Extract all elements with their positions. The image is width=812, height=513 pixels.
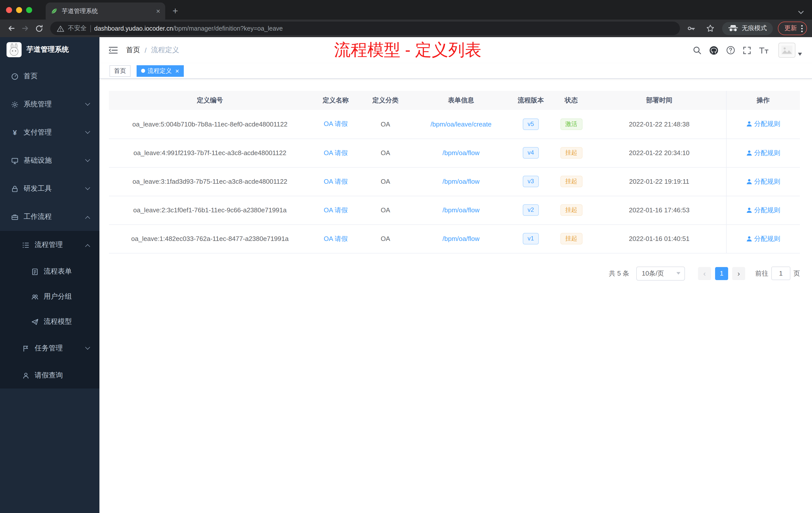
tag-label: 流程定义 xyxy=(148,66,172,75)
page-number-button[interactable]: 1 xyxy=(715,267,728,280)
reload-icon[interactable] xyxy=(32,21,46,35)
assign-rule-button[interactable]: 分配规则 xyxy=(746,120,780,129)
new-tab-button[interactable]: + xyxy=(168,4,182,18)
minimize-window-button[interactable] xyxy=(16,7,22,13)
status-badge: 挂起 xyxy=(560,147,582,159)
status-badge: 激活 xyxy=(560,118,582,130)
browser-tab[interactable]: 芋道管理系统 × xyxy=(46,2,165,20)
chevron-down-icon xyxy=(676,272,680,275)
sidebar-item-process-model[interactable]: 流程模型 xyxy=(0,309,99,334)
header-actions xyxy=(693,43,802,58)
column-header-operation: 操作 xyxy=(726,91,800,110)
incognito-icon xyxy=(728,25,738,32)
next-page-button[interactable]: › xyxy=(732,267,745,280)
sidebar-fold-icon[interactable] xyxy=(109,46,118,54)
prev-page-button[interactable]: ‹ xyxy=(698,267,711,280)
assign-rule-button[interactable]: 分配规则 xyxy=(746,234,780,243)
omnibox-divider xyxy=(90,25,91,32)
person-icon xyxy=(746,178,752,184)
sidebar-item-user-group[interactable]: 用户分组 xyxy=(0,284,99,309)
fullscreen-icon[interactable] xyxy=(743,46,751,55)
assign-rule-button[interactable]: 分配规则 xyxy=(746,148,780,157)
form-info-link[interactable]: /bpm/oa/flow xyxy=(442,235,479,242)
security-label: 不安全 xyxy=(68,24,87,33)
form-info-link[interactable]: /bpm/oa/flow xyxy=(442,149,479,157)
assign-rule-label: 分配规则 xyxy=(754,206,780,215)
sidebar-item-label: 任务管理 xyxy=(35,344,63,353)
sidebar-item-devtools[interactable]: 研发工具 xyxy=(0,175,99,203)
sidebar-item-process-form[interactable]: 流程表单 xyxy=(0,259,99,284)
definition-name-link[interactable]: OA 请假 xyxy=(324,177,348,185)
next-arrow-icon: › xyxy=(737,269,740,278)
sidebar-item-process-management[interactable]: 流程管理 xyxy=(0,231,99,259)
window-controls xyxy=(0,0,39,20)
table-header-row: 定义编号 定义名称 定义分类 表单信息 流程版本 状态 部署时间 操作 xyxy=(109,91,800,110)
definition-name-link[interactable]: OA 请假 xyxy=(324,235,348,242)
kebab-menu-icon[interactable] xyxy=(801,24,803,32)
form-info-link[interactable]: /bpm/oa/leave/create xyxy=(431,120,492,128)
deploy-time: 2022-01-16 01:40:51 xyxy=(592,224,726,253)
workflow-briefcase-icon xyxy=(11,213,19,221)
column-header-status: 状态 xyxy=(550,91,592,110)
sidebar-item-system[interactable]: 系统管理 xyxy=(0,90,99,118)
process-list-icon xyxy=(22,241,30,249)
not-secure-warning-icon xyxy=(57,25,64,32)
definition-name-link[interactable]: OA 请假 xyxy=(324,206,348,214)
bookmark-star-icon[interactable] xyxy=(703,21,717,35)
sidebar-item-task-management[interactable]: 任务管理 xyxy=(0,334,99,362)
form-info-link[interactable]: /bpm/oa/flow xyxy=(442,206,479,214)
help-question-icon[interactable] xyxy=(726,46,735,55)
back-icon[interactable] xyxy=(4,21,18,35)
definition-id: oa_leave:1:482ec033-762a-11ec-8477-a2380… xyxy=(109,224,311,253)
close-window-button[interactable] xyxy=(6,7,12,13)
definition-id: oa_leave:5:004b710b-7b8a-11ec-8ef0-acde4… xyxy=(109,110,311,139)
task-flag-icon xyxy=(22,344,30,352)
user-avatar-wrap[interactable] xyxy=(778,43,802,58)
page-unit: 页 xyxy=(793,269,800,278)
avatar[interactable] xyxy=(778,43,795,58)
sidebar-item-infrastructure[interactable]: 基础设施 xyxy=(0,147,99,175)
tab-close-icon[interactable]: × xyxy=(156,7,160,14)
gear-icon xyxy=(11,101,19,108)
search-icon[interactable] xyxy=(693,46,701,55)
sidebar-item-leave-query[interactable]: 请假查询 xyxy=(0,362,99,389)
update-label: 更新 xyxy=(784,24,797,33)
github-icon[interactable] xyxy=(709,46,719,55)
address-bar[interactable]: 不安全 dashboard.yudao.iocoder.cn/bpm/manag… xyxy=(50,22,680,35)
tag-close-icon[interactable]: × xyxy=(175,67,179,74)
table-row: oa_leave:4:991f2193-7b7f-11ec-a3c8-acde4… xyxy=(109,139,800,167)
sidebar-item-payment[interactable]: ¥ 支付管理 xyxy=(0,118,99,147)
breadcrumb-home[interactable]: 首页 xyxy=(126,46,140,55)
tag-home[interactable]: 首页 xyxy=(110,65,130,77)
definition-name-link[interactable]: OA 请假 xyxy=(324,149,348,156)
font-size-icon[interactable] xyxy=(759,46,769,54)
version-badge: v1 xyxy=(522,233,539,244)
browser-update-chip[interactable]: 更新 xyxy=(778,22,807,35)
definition-name-link[interactable]: OA 请假 xyxy=(324,120,348,128)
forward-icon[interactable] xyxy=(18,21,32,35)
person-icon xyxy=(746,150,752,156)
status-badge: 挂起 xyxy=(560,204,582,216)
goto-page-input[interactable] xyxy=(771,267,790,280)
tab-search-caret-icon[interactable] xyxy=(798,7,804,17)
app-logo-row: 芋道管理系统 xyxy=(0,37,99,62)
sidebar-item-label: 研发工具 xyxy=(24,184,52,193)
assign-rule-button[interactable]: 分配规则 xyxy=(746,177,780,186)
chevron-down-icon xyxy=(85,128,90,133)
maximize-window-button[interactable] xyxy=(26,7,32,13)
form-info-link[interactable]: /bpm/oa/flow xyxy=(442,178,479,185)
pagination: 共 5 条 10条/页 ‹ 1 › 前往 页 xyxy=(109,266,800,280)
tab-title: 芋道管理系统 xyxy=(62,7,152,15)
assign-rule-button[interactable]: 分配规则 xyxy=(746,206,780,215)
version-badge: v5 xyxy=(522,118,539,130)
sidebar-item-home[interactable]: 首页 xyxy=(0,62,99,90)
user-group-icon xyxy=(31,293,39,300)
tag-process-definition[interactable]: 流程定义 × xyxy=(137,65,183,77)
table-row: oa_leave:5:004b710b-7b8a-11ec-8ef0-acde4… xyxy=(109,110,800,139)
page-size-select[interactable]: 10条/页 xyxy=(636,266,685,280)
breadcrumb-separator: / xyxy=(145,46,147,54)
sidebar-item-workflow[interactable]: 工作流程 xyxy=(0,203,99,231)
key-icon[interactable] xyxy=(684,21,698,35)
column-header-category: 定义分类 xyxy=(360,91,410,110)
assign-rule-label: 分配规则 xyxy=(754,177,780,186)
